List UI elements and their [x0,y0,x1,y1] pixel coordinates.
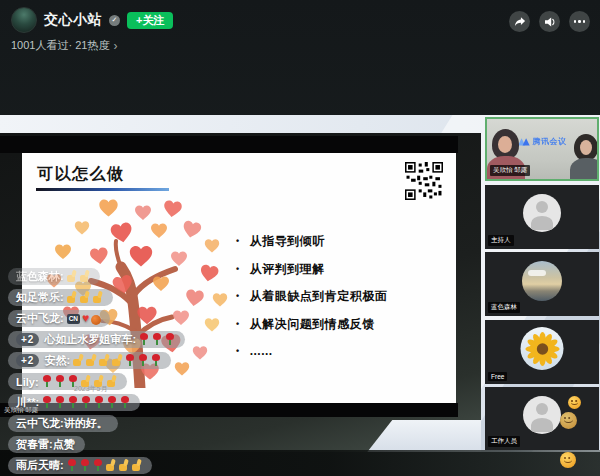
chat-emojis [66,291,105,304]
rose-emoji [55,375,66,388]
more-button[interactable] [569,11,590,32]
chat-username: 川** [16,395,39,410]
rose-emoji [107,396,118,409]
chat-emojis [66,270,92,283]
watermark-text: 腾讯会议 [533,136,567,147]
thumb-emoji [106,459,117,472]
rose-emoji [139,333,150,346]
participant-name-label: 工作人员 [488,436,520,447]
chat-message: +2 安然 [8,352,171,369]
slide-bullet: 从着眼缺点到肯定积极面 [236,289,387,303]
chat-emojis [72,354,163,367]
chat-text: 点赞 [53,437,75,452]
rose-emoji [125,354,136,367]
rose-emoji [68,375,79,388]
thumb-emoji [99,354,110,367]
chat-message: 雨后天晴 [8,457,152,474]
chevron-right-icon: › [113,39,117,53]
rose-emoji [42,396,53,409]
viewer-stats[interactable]: 1001人看过· 21热度 › [11,38,117,53]
chat-username: 云中飞龙 [16,416,64,431]
chat-message: 川** [8,394,140,411]
rose-emoji [93,459,104,472]
chat-emojis [41,396,132,409]
thumb-emoji [112,354,123,367]
participant-sidebar: 腾讯会议 吴欣怡 邹露 主持人 蓝色森林 [484,115,600,452]
chat-emojis [41,375,119,388]
participant-tile: 工作人员 [485,387,599,450]
title-underline [36,188,169,191]
thumb-emoji [80,270,91,283]
rose-emoji [120,396,131,409]
chat-message: 贺春雷 点赞 [8,436,85,453]
participant-name-label: 吴欣怡 邹露 [490,165,530,176]
thumb-emoji [132,459,143,472]
chat-username: 蓝色森林 [16,269,64,284]
chat-message: 云中飞龙 讲的好。 [8,415,118,432]
thumb-emoji [73,354,84,367]
participant-name-label: 主持人 [488,235,514,246]
volume-button[interactable] [539,11,560,32]
chat-text: 讲的好。 [64,416,108,431]
rose-emoji [151,354,162,367]
participant-name-label: 蓝色森林 [488,302,520,313]
verified-badge-icon [109,15,120,26]
bullet-text: 从解决问题到情感反馈 [250,317,375,331]
stream-actions [509,11,590,32]
stream-header: 交心小站 +关注 [11,7,173,33]
viewer-stats-text: 1001人看过· 21热度 [11,38,109,53]
rose-emoji [42,375,53,388]
thumb-emoji [81,375,92,388]
participant-tile: 蓝色森林 [485,252,599,316]
participant-video-person [572,134,599,181]
cn-emoji: CN [67,314,80,324]
chat-username: 安然 [44,353,70,368]
share-icon [514,16,526,28]
rose-emoji [165,333,176,346]
chat-username: 贺春雷 [16,437,53,452]
chat-username: Lily [16,376,39,388]
letterbox-top [0,136,458,153]
landscape-avatar [522,261,562,301]
chat-message: 云中飞龙 CN♥ [8,310,110,327]
slide-bullet: 从解决问题到情感反馈 [236,317,387,331]
thumb-emoji [86,354,97,367]
slide-bullet: ...... [236,344,387,358]
chat-overlay: 蓝色森林 知足常乐 云中飞龙 CN♥ +2 心如止水罗姐审车 +2 安 [8,268,185,474]
share-button[interactable] [509,11,530,32]
chat-username: 心如止水罗姐审车 [44,332,136,347]
rose-emoji [80,459,91,472]
chat-emojis [138,333,177,346]
follow-button[interactable]: +关注 [127,12,173,29]
chat-emojis: CN♥ [66,312,103,325]
chat-username: 雨后天晴 [16,458,64,473]
thumb-emoji [93,291,104,304]
chat-message: 知足常乐 [8,289,113,306]
thumb-emoji [67,291,78,304]
background-wedge [366,420,481,452]
speaker-icon [544,16,556,28]
rose-emoji [55,396,66,409]
ellipsis-icon [574,20,586,23]
chat-message: +2 心如止水罗姐审车 [8,331,185,348]
bullet-text: ...... [250,344,273,358]
channel-name: 交心小站 [44,11,102,29]
thumb-emoji [80,291,91,304]
reaction-smiley-emoji [560,412,577,429]
rose-emoji [138,354,149,367]
sunflower-icon [524,331,560,367]
slide-bullet: 从指导到倾听 [236,234,387,248]
repeat-count-badge: +2 [16,354,39,367]
rose-emoji [94,396,105,409]
chat-message: 蓝色森林 [8,268,100,285]
sunflower-avatar [521,327,564,370]
channel-avatar[interactable] [11,7,37,33]
participant-tile-active: 腾讯会议 吴欣怡 邹露 [485,117,599,181]
rose-emoji [81,396,92,409]
slide-bullet: 从评判到理解 [236,262,387,276]
chat-username: 云中飞龙 [16,311,64,326]
chat-message: Lily [8,373,127,390]
reaction-smiley-emoji [560,452,576,468]
thumb-emoji [119,459,130,472]
participant-tile: 主持人 [485,185,599,249]
